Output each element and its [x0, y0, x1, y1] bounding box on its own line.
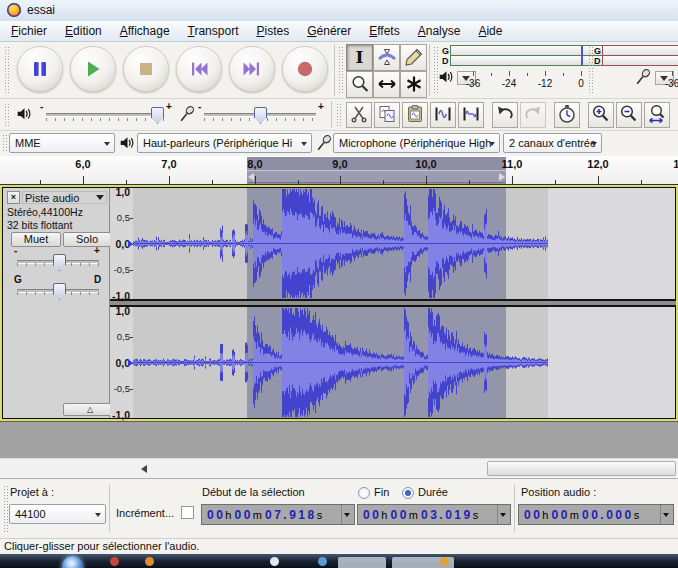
skip-to-end-button[interactable]	[229, 46, 275, 92]
title-bar[interactable]: essai	[0, 0, 678, 22]
menu-aide[interactable]: Aide	[469, 21, 511, 41]
envelope-tool-button[interactable]	[373, 44, 400, 71]
time-format-dropdown[interactable]	[660, 505, 673, 524]
windows-taskbar[interactable]	[0, 554, 678, 568]
zoom-tool-button[interactable]	[346, 71, 373, 98]
start-minutes[interactable]: 00	[234, 508, 252, 522]
end-radio[interactable]	[358, 487, 370, 499]
selection-start-handle-icon[interactable]	[248, 173, 254, 181]
menu-transport[interactable]: Transport	[179, 21, 248, 41]
menu-effets[interactable]: Effets	[360, 21, 408, 41]
taskbar-app-icon[interactable]	[145, 557, 154, 566]
transport-toolbar-grip[interactable]	[4, 46, 9, 94]
length-hours[interactable]: 00	[363, 508, 381, 522]
taskbar-app-icon[interactable]	[270, 557, 279, 566]
length-seconds[interactable]: 03.019	[421, 508, 473, 522]
track-name-dropdown[interactable]: Piste audio	[22, 191, 107, 204]
length-radio[interactable]	[402, 487, 414, 499]
timeshift-tool-button[interactable]	[373, 71, 400, 98]
fit-selection-button[interactable]	[644, 102, 670, 128]
waveform-left-channel[interactable]	[133, 188, 675, 299]
recording-meter-grip[interactable]	[588, 46, 593, 94]
menu-fichier[interactable]: Fichier	[2, 21, 56, 41]
taskbar-app-icon[interactable]	[110, 557, 119, 566]
ruler-time-label: 12,0	[587, 158, 608, 170]
edit-toolbar-grip[interactable]	[336, 103, 341, 126]
selection-toolbar-grip[interactable]	[3, 485, 8, 532]
mute-button[interactable]: Muet	[11, 232, 61, 247]
menu-affichage[interactable]: Affichage	[111, 21, 179, 41]
input-volume-thumb[interactable]	[254, 107, 267, 124]
input-device-select[interactable]: Microphone (Périphérique High	[333, 133, 500, 153]
scroll-left-arrow-icon[interactable]	[141, 465, 147, 473]
snap-to-checkbox[interactable]	[181, 506, 194, 519]
quick-play-bar[interactable]	[247, 170, 506, 183]
menu-analyse[interactable]: Analyse	[409, 21, 470, 41]
trim-outside-selection-icon	[433, 104, 453, 126]
copy-button[interactable]	[374, 102, 400, 128]
waveform-right-channel[interactable]	[133, 307, 675, 418]
redo-button[interactable]	[520, 102, 546, 128]
cut-button[interactable]	[346, 102, 372, 128]
undo-button[interactable]	[492, 102, 518, 128]
position-minutes[interactable]: 00	[551, 508, 569, 522]
start-seconds[interactable]: 07.918	[265, 508, 317, 522]
taskbar-app-icon[interactable]	[318, 557, 327, 566]
toolbar-separator	[331, 101, 332, 128]
selection-length-field[interactable]: 00 h 00 m 03.019 s	[357, 504, 511, 525]
taskbar-button[interactable]	[338, 557, 386, 568]
selection-tool-button[interactable]: I	[346, 44, 373, 71]
play-button[interactable]	[70, 46, 116, 92]
stop-button[interactable]	[123, 46, 169, 92]
device-toolbar-grip[interactable]	[2, 134, 7, 153]
trim-outside-selection-button[interactable]	[430, 102, 456, 128]
ruler-time-label: 8,0	[247, 158, 262, 170]
chevron-down-icon	[96, 195, 104, 204]
scrollbar-thumb[interactable]	[487, 461, 676, 476]
menu-pistes[interactable]: Pistes	[247, 21, 298, 41]
zoom-in-button[interactable]	[588, 102, 614, 128]
timer-record-button[interactable]	[554, 102, 580, 128]
selection-end-handle-icon[interactable]	[499, 173, 505, 181]
end-radio-label[interactable]: Fin	[374, 486, 389, 498]
menu-generer[interactable]: Générer	[298, 21, 360, 41]
start-hours[interactable]: 00	[207, 508, 225, 522]
taskbar-app-icon[interactable]	[440, 557, 449, 566]
time-format-dropdown[interactable]	[341, 505, 354, 524]
start-orb-icon[interactable]	[62, 556, 83, 568]
length-minutes[interactable]: 00	[390, 508, 408, 522]
position-seconds[interactable]: 00.000	[582, 508, 634, 522]
time-format-dropdown[interactable]	[497, 505, 510, 524]
paste-button[interactable]	[402, 102, 428, 128]
recording-meter-scale-label: -36	[665, 78, 678, 89]
solo-button[interactable]: Solo	[63, 232, 111, 247]
draw-tool-button[interactable]	[400, 44, 427, 71]
pause-button[interactable]	[17, 46, 63, 92]
audio-position-field[interactable]: 00 h 00 m 00.000 s	[518, 504, 674, 525]
menu-edition[interactable]: Edition	[56, 21, 111, 41]
mixer-toolbar-grip[interactable]	[4, 103, 9, 126]
zoom-out-button[interactable]	[616, 102, 642, 128]
ruler-selected-region[interactable]	[247, 157, 506, 184]
silence-selection-button[interactable]	[458, 102, 484, 128]
output-volume-thumb[interactable]	[151, 107, 164, 124]
position-hours[interactable]: 00	[524, 508, 542, 522]
pan-slider-thumb[interactable]	[53, 283, 66, 300]
track-close-button[interactable]: ×	[7, 191, 20, 204]
skip-to-start-button[interactable]	[176, 46, 222, 92]
track-control-panel[interactable]: × Piste audio Stéréo,44100Hz 32 bits flo…	[3, 188, 110, 418]
tools-toolbar-grip[interactable]	[338, 46, 343, 94]
output-volume-slider[interactable]	[46, 113, 164, 117]
output-device-select[interactable]: Haut-parleurs (Périphérique Hi	[137, 133, 312, 153]
record-button[interactable]	[282, 46, 328, 92]
audio-host-select[interactable]: MME	[9, 133, 115, 153]
output-device-value: Haut-parleurs (Périphérique Hi	[143, 137, 292, 149]
multi-tool-button[interactable]	[400, 71, 427, 98]
project-rate-select[interactable]: 44100	[9, 504, 106, 524]
input-channels-select[interactable]: 2 canaux d'entrée	[503, 133, 602, 153]
timeline-ruler[interactable]: 6,07,08,09,010,011,012,013,0	[0, 156, 678, 185]
length-radio-label[interactable]: Durée	[418, 486, 448, 498]
selection-start-field[interactable]: 00 h 00 m 07.918 s	[201, 504, 355, 525]
horizontal-scrollbar[interactable]	[0, 458, 678, 478]
gain-slider-thumb[interactable]	[53, 254, 66, 271]
